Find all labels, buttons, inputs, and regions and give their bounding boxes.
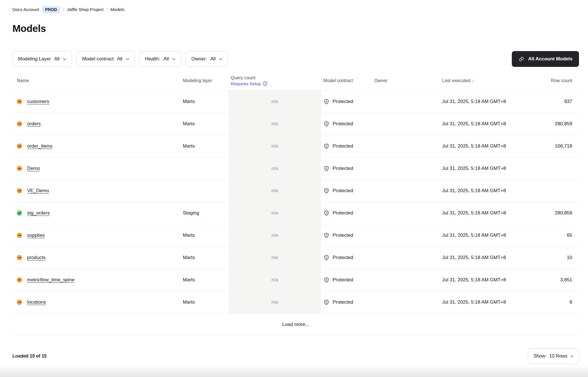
health-icon [16,276,23,284]
cell-name: Demo [12,157,181,180]
cell-modeling-layer: Marts [181,269,229,291]
model-name-link[interactable]: customers [27,99,49,104]
all-account-models-button[interactable]: All Account Models [512,51,579,67]
cell-modeling-layer [181,180,229,202]
column-header-modeling-layer[interactable]: Modeling layer [181,72,229,91]
cell-row-count: 280,859 [537,113,579,135]
contract-label: Protected [333,166,353,171]
model-name-link[interactable]: orders [27,121,41,127]
filter-owner[interactable]: Owner: All [186,51,228,67]
breadcrumb-separator: / [106,7,107,12]
environment-badge: PROD [42,6,60,13]
cell-last-executed: Jul 31, 2025, 5:18 AM GMT+8 [437,135,537,157]
cell-name: supplies [12,224,181,247]
cell-query-count: n/a [229,113,321,135]
filter-model-contract[interactable]: Model contract All [76,51,135,67]
requires-setup-link[interactable]: Requires Setup [231,81,319,86]
shield-protected-icon [323,143,330,149]
sort-descending-icon: ↓ [472,78,474,83]
filter-value: All [210,56,216,62]
cell-name: order_items [12,135,181,157]
chevron-down-icon [172,58,175,60]
breadcrumb-current-page: Models [110,7,124,12]
chevron-down-icon [126,58,129,60]
model-name-link[interactable]: Demo [27,166,40,171]
chevron-down-icon [219,58,222,60]
cell-model-contract: Protected [321,113,372,135]
cell-last-executed: Jul 31, 2025, 5:18 AM GMT+8 [437,247,537,269]
model-name-link[interactable]: VE_Demo [27,188,49,194]
table-row: ordersMartsn/aProtectedJul 31, 2025, 5:1… [12,113,579,135]
filter-value: All [54,56,60,62]
cell-name: stg_orders [12,202,181,224]
cell-query-count: n/a [229,202,321,224]
health-icon [16,232,23,239]
breadcrumb-project[interactable]: Jaffle Shop Project [67,7,104,12]
cell-name: metricflow_time_spine [12,269,181,291]
health-icon [16,120,23,128]
column-header-last-executed[interactable]: Last executed↓ [437,72,537,91]
cell-modeling-layer: Marts [181,135,229,157]
cell-owner [372,202,437,224]
cell-model-contract: Protected [321,247,372,269]
filter-value: All [163,56,169,62]
cell-row-count: 3,651 [537,269,579,291]
shield-protected-icon [323,299,330,305]
table-row: VE_Demon/aProtectedJul 31, 2025, 5:18 AM… [12,180,579,202]
shield-protected-icon [323,98,330,105]
column-header-owner[interactable]: Owner [372,72,437,91]
cell-modeling-layer: Staging [181,202,229,224]
shield-protected-icon [323,210,330,216]
load-more-button[interactable]: Load more... [12,314,579,336]
contract-label: Protected [333,210,353,216]
breadcrumb: Docs Account PROD / Jaffle Shop Project … [12,6,579,13]
filter-label: Owner: [191,56,207,62]
cell-last-executed: Jul 31, 2025, 5:18 AM GMT+8 [437,291,537,314]
cell-last-executed: Jul 31, 2025, 5:18 AM GMT+8 [437,224,537,247]
filter-bar: Modeling Layer All Model contract All He… [12,51,579,67]
cell-row-count: 937 [537,91,579,113]
cell-row-count [537,180,579,202]
model-name-link[interactable]: supplies [27,233,45,238]
cell-modeling-layer: Marts [181,291,229,314]
model-name-link[interactable]: metricflow_time_spine [27,277,74,283]
filter-label: Model contract [82,56,114,62]
cell-modeling-layer: Marts [181,91,229,113]
cell-query-count: n/a [229,91,321,113]
cell-query-count: n/a [229,157,321,180]
health-icon [16,209,23,217]
table-row: Demon/aProtectedJul 31, 2025, 5:18 AM GM… [12,157,579,180]
health-icon [16,143,23,150]
model-name-link[interactable]: stg_orders [27,210,50,216]
cell-query-count: n/a [229,135,321,157]
contract-label: Protected [333,255,353,260]
rows-per-page-dropdown[interactable]: Show: 10 Rows [528,348,579,364]
filter-health[interactable]: Health: All [139,51,181,67]
bottom-fade [0,365,588,377]
cell-owner [372,224,437,247]
breadcrumb-account[interactable]: Docs Account [12,7,39,12]
chevron-down-icon [63,58,66,60]
all-account-models-label: All Account Models [528,56,572,62]
column-header-query-count: Query count Requires Setup [229,72,321,91]
model-name-link[interactable]: products [27,255,45,260]
page-title: Models [12,23,579,34]
table-row: locationsMartsn/aProtectedJul 31, 2025, … [12,291,579,314]
shield-protected-icon [323,232,330,238]
filter-value: All [117,56,122,62]
cell-row-count: 6 [537,291,579,314]
health-icon [16,98,23,105]
model-name-link[interactable]: locations [27,299,46,305]
cell-owner [372,157,437,180]
shield-protected-icon [323,121,330,127]
filter-modeling-layer[interactable]: Modeling Layer All [12,51,72,67]
table-row: order_itemsMartsn/aProtectedJul 31, 2025… [12,135,579,157]
cell-last-executed: Jul 31, 2025, 5:18 AM GMT+8 [437,157,537,180]
cell-name: products [12,247,181,269]
column-header-row-count[interactable]: Row count [537,72,579,91]
cell-model-contract: Protected [321,157,372,180]
cell-row-count [537,157,579,180]
model-name-link[interactable]: order_items [27,143,52,149]
column-header-name[interactable]: Name [12,72,181,91]
column-header-model-contract[interactable]: Model contract [321,72,372,91]
